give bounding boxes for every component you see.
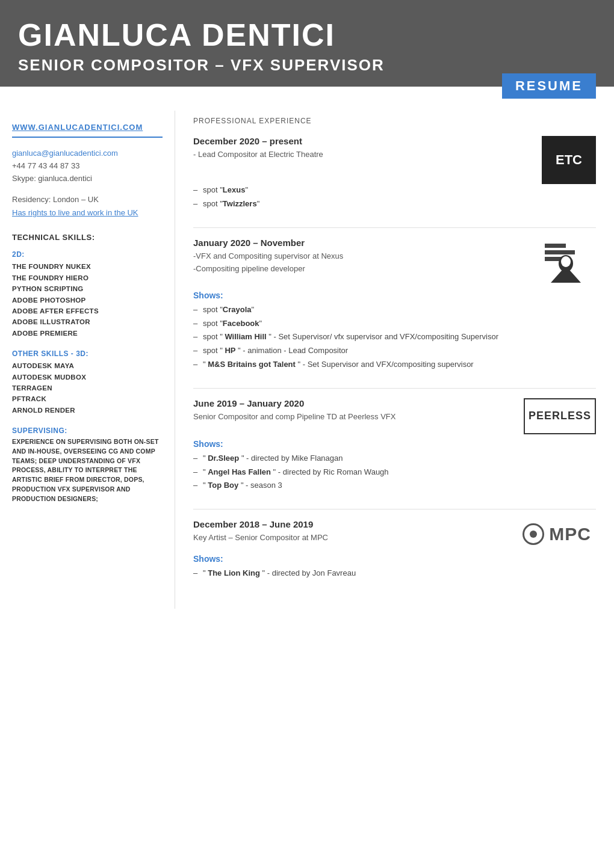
job-desc: -VFX and Compositing supervisor at Nexus (193, 250, 530, 262)
header-name: GIANLUCA DENTICI (18, 18, 596, 52)
job-date: December 2018 – June 2019 (193, 519, 512, 529)
skill-2d-item: ADOBE AFTER EFFECTS (12, 306, 163, 316)
header-title: SENIOR COMPOSITOR – VFX SUPERVISOR (18, 56, 596, 75)
show-item: " Top Boy " - season 3 (193, 479, 596, 492)
residency: Residency: London – UK (12, 195, 163, 204)
main-content: WWW.GIANLUCADENTICI.COM gianluca@gianluc… (0, 87, 614, 609)
show-item: spot " William Hill " - Set Supervisor/ … (193, 331, 596, 343)
job-info: December 2018 – June 2019 Key Artist – S… (193, 519, 512, 546)
job-section: June 2019 – January 2020 Senior Composit… (193, 398, 596, 492)
job-desc: Senior Compositor and comp Pipeline TD a… (193, 411, 518, 423)
etc-logo: ETC (542, 136, 596, 184)
svg-point-5 (561, 256, 571, 267)
skill-2d-item: PYTHON SCRIPTING (12, 283, 163, 294)
supervising-label: SUPERVISING: (12, 426, 163, 435)
rights-link[interactable]: Has rights to live and work in the UK (12, 208, 163, 218)
job-section: December 2018 – June 2019 Key Artist – S… (193, 519, 596, 580)
job-date: January 2020 – November (193, 238, 530, 248)
skype-id: Skype: gianluca.dentici (12, 174, 163, 183)
section-divider (193, 388, 596, 389)
mpc-logo: MPC (518, 519, 596, 549)
shows-label: Shows: (193, 439, 596, 449)
job-section: December 2020 – present - Lead Composito… (193, 136, 596, 211)
show-item: " M&S Britains got Talent " - Set Superv… (193, 359, 596, 371)
skills-2d-list: THE FOUNDRY NUKEXTHE FOUNDRY HIEROPYTHON… (12, 261, 163, 339)
job-desc-secondary: -Compositing pipeline developer (193, 264, 530, 273)
skill-3d-item: AUTODESK MAYA (12, 360, 163, 371)
show-item: spot " HP " - animation - Lead Composito… (193, 345, 596, 357)
job-header-row: June 2019 – January 2020 Senior Composit… (193, 398, 596, 434)
job-date: December 2020 – present (193, 136, 536, 146)
skill-2d-item: THE FOUNDRY HIERO (12, 272, 163, 283)
job-desc: - Lead Compositor at Electric Theatre (193, 149, 536, 161)
show-item: spot "Twizzlers" (193, 198, 596, 211)
jobs-container: December 2020 – present - Lead Composito… (193, 136, 596, 580)
shows-label: Shows: (193, 291, 596, 300)
sidebar: WWW.GIANLUCADENTICI.COM gianluca@gianluc… (0, 111, 175, 609)
show-item: spot "Facebook" (193, 318, 596, 330)
resume-badge: RESUME (502, 73, 596, 99)
skills-3d-label: OTHER SKILLS - 3D: (12, 349, 163, 358)
shows-label: Shows: (193, 554, 596, 564)
pro-exp-label: PROFESSIONAL EXPERIENCE (193, 117, 596, 125)
email-link[interactable]: gianluca@gianlucadentici.com (12, 149, 163, 158)
job-date: June 2019 – January 2020 (193, 398, 518, 408)
show-item: " Angel Has Fallen " - directed by Ric R… (193, 466, 596, 479)
skills-3d-list: AUTODESK MAYAAUTODESK MUDBOXTERRAGENPFTR… (12, 360, 163, 416)
show-item: spot "Lexus" (193, 184, 596, 197)
job-header-row: December 2018 – June 2019 Key Artist – S… (193, 519, 596, 549)
job-header-row: December 2020 – present - Lead Composito… (193, 136, 596, 184)
skill-3d-item: AUTODESK MUDBOX (12, 372, 163, 383)
right-content: PROFESSIONAL EXPERIENCE December 2020 – … (175, 111, 614, 609)
show-item: spot "Crayola" (193, 304, 596, 316)
skills-2d-label: 2D: (12, 250, 163, 259)
contact-section: gianluca@gianlucadentici.com +44 77 43 4… (12, 149, 163, 183)
job-desc: Key Artist – Senior Compositor at MPC (193, 532, 512, 544)
section-divider (193, 227, 596, 228)
tech-skills-label: TECHNICAL SKILLS: (12, 233, 163, 242)
job-info: June 2019 – January 2020 Senior Composit… (193, 398, 518, 425)
section-divider (193, 509, 596, 509)
skill-3d-item: TERRAGEN (12, 383, 163, 393)
show-item: " The Lion King " - directed by Jon Favr… (193, 567, 596, 580)
peerless-logo: PEERLESS (524, 398, 596, 434)
website-link[interactable]: WWW.GIANLUCADENTICI.COM (12, 123, 163, 138)
show-item: " Dr.Sleep " - directed by Mike Flanagan (193, 452, 596, 465)
header: GIANLUCA DENTICI SENIOR COMPOSITOR – VFX… (0, 0, 614, 87)
job-info: December 2020 – present - Lead Composito… (193, 136, 536, 163)
job-header-row: January 2020 – November -VFX and Composi… (193, 238, 596, 286)
svg-rect-0 (545, 244, 566, 248)
supervising-desc: EXPERIENCE ON SUPERVISING BOTH ON-SET AN… (12, 437, 163, 503)
nexus-logo (536, 238, 596, 286)
skill-2d-item: ADOBE PHOTOSHOP (12, 295, 163, 306)
job-info: January 2020 – November -VFX and Composi… (193, 238, 530, 277)
svg-rect-1 (545, 250, 575, 254)
skill-2d-item: ADOBE ILLUSTRATOR (12, 316, 163, 327)
phone-number: +44 77 43 44 87 33 (12, 161, 163, 170)
skill-2d-item: THE FOUNDRY NUKEX (12, 261, 163, 272)
skill-2d-item: ADOBE PREMIERE (12, 328, 163, 339)
skill-3d-item: ARNOLD RENDER (12, 405, 163, 416)
job-section: January 2020 – November -VFX and Composi… (193, 238, 596, 371)
skill-3d-item: PFTRACK (12, 393, 163, 404)
